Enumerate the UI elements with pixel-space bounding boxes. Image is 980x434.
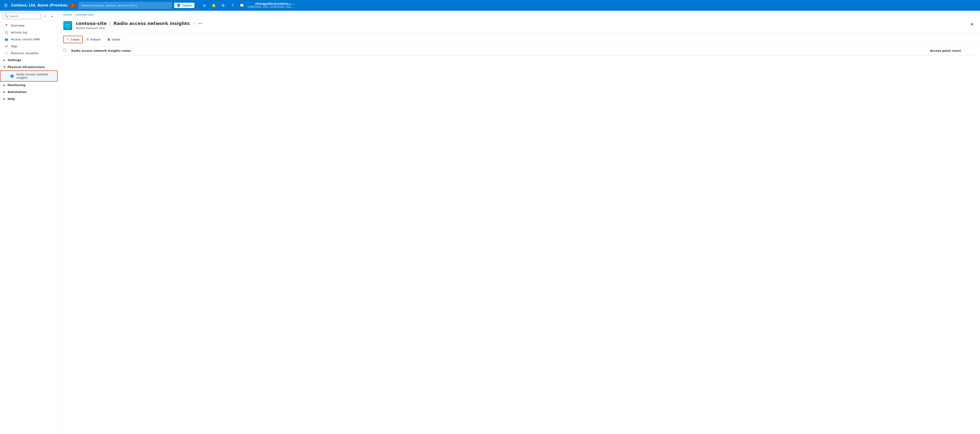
breadcrumb-site[interactable]: contoso-site <box>76 13 94 16</box>
help-expand-icon: ▶ <box>3 97 5 100</box>
nav-divider <box>197 2 198 8</box>
favorite-icon[interactable]: ☆ <box>192 21 196 26</box>
sidebar-item-activity-log[interactable]: 📋 Activity log <box>0 29 58 36</box>
sidebar-item-label: Monitoring <box>8 83 25 87</box>
refresh-label: Refresh <box>91 38 101 41</box>
monitoring-expand-icon: ▶ <box>3 84 5 86</box>
breadcrumb-home[interactable]: Home <box>63 13 72 16</box>
sidebar-item-label: Radio access network insights <box>16 73 54 79</box>
sidebar-item-label: Settings <box>8 58 21 62</box>
create-label: Create <box>71 38 80 41</box>
page-name: Radio access network insights <box>114 21 190 26</box>
main-content: Home › contoso-site ⬡ contoso-site | Rad… <box>58 11 980 434</box>
settings-icon[interactable]: ⚙ <box>220 2 227 9</box>
select-all-checkbox[interactable] <box>63 49 71 53</box>
portal-icon[interactable]: ⧉ <box>201 2 208 9</box>
copilot-button[interactable]: Copilot <box>174 3 194 8</box>
resource-visualizer-icon: ⬡ <box>4 51 9 55</box>
top-navigation: ☰ Contoso, Ltd. Azure (Preview) 🐛 Copilo… <box>0 0 980 11</box>
search-icon: 🔍 <box>5 14 8 18</box>
app-title: Contoso, Ltd. Azure (Preview) <box>11 3 67 7</box>
help-icon[interactable]: ? <box>229 2 236 9</box>
sidebar-item-settings[interactable]: ▶ Settings <box>0 57 58 64</box>
copilot-label: Copilot <box>182 4 192 7</box>
sidebar-item-monitoring[interactable]: ▶ Monitoring <box>0 81 58 88</box>
sidebar-item-label: Automation <box>8 90 27 94</box>
breadcrumb-separator: › <box>73 13 74 16</box>
sidebar-item-physical-infrastructure[interactable]: ▼ Physical infrastructure <box>0 64 58 70</box>
refresh-icon: ↻ <box>86 38 89 41</box>
automation-expand-icon: ▶ <box>3 91 5 93</box>
copilot-icon <box>177 3 180 7</box>
sidebar-item-label: Physical infrastructure <box>8 65 45 69</box>
table-header: Radio access network insights name Acces… <box>63 46 975 56</box>
create-button[interactable]: ＋ Create <box>63 36 83 43</box>
resource-icon: ⬡ <box>63 21 72 30</box>
activity-log-icon: 📋 <box>4 31 9 34</box>
more-options-icon[interactable]: ··· <box>198 21 202 26</box>
sidebar-search-row: 🔍 ⚬ « <box>0 11 58 21</box>
sidebar-item-overview[interactable]: 📍 Overview <box>0 22 58 29</box>
delete-label: Delete <box>112 38 120 41</box>
resource-name: contoso-site <box>76 21 107 26</box>
page-header-text: contoso-site | Radio access network insi… <box>76 21 966 30</box>
sidebar-search-wrapper: 🔍 <box>3 13 41 19</box>
page-header: ⬡ contoso-site | Radio access network in… <box>58 16 980 33</box>
feedback-icon[interactable]: 💬 <box>238 2 245 9</box>
sidebar-item-label: Access control (IAM) <box>11 38 40 41</box>
sidebar: 🔍 ⚬ « 📍 Overview 📋 Activity log 👥 Access… <box>0 11 58 434</box>
settings-expand-icon: ▶ <box>3 59 5 61</box>
filter-icon-button[interactable]: ⚬ <box>41 13 48 19</box>
column-header-count: Access point count <box>930 49 975 53</box>
toolbar: ＋ Create ↻ Refresh 🗑 Delete <box>58 33 980 46</box>
plus-icon: ＋ <box>66 37 70 41</box>
hamburger-menu[interactable]: ☰ <box>3 2 9 9</box>
title-separator: | <box>109 21 111 26</box>
table-empty-state <box>63 56 975 73</box>
bug-icon[interactable]: 🐛 <box>70 3 76 7</box>
access-control-icon: 👥 <box>4 38 9 41</box>
delete-button[interactable]: 🗑 Delete <box>105 36 123 43</box>
page-subtitle: Mobile Network Site <box>76 27 966 30</box>
user-profile[interactable]: chrisqpublic@contoso.c.... CONTOSO, LTD.… <box>248 2 295 8</box>
sidebar-item-help[interactable]: ▶ Help <box>0 96 58 102</box>
tags-icon: 🏷 <box>4 45 9 48</box>
sidebar-navigation: 📍 Overview 📋 Activity log 👥 Access contr… <box>0 21 58 429</box>
sidebar-item-label: Overview <box>11 24 24 27</box>
physical-infra-expand-icon: ▼ <box>3 66 5 68</box>
overview-icon: 📍 <box>4 24 9 27</box>
sidebar-item-tags[interactable]: 🏷 Tags <box>0 43 58 50</box>
sidebar-item-resource-visualizer[interactable]: ⬡ Resource visualizer <box>0 50 58 57</box>
sidebar-item-label: Resource visualizer <box>11 51 39 55</box>
sidebar-item-radio-access-network-insights[interactable]: 🔷 Radio access network insights <box>0 70 58 81</box>
page-layout: 🔍 ⚬ « 📍 Overview 📋 Activity log 👥 Access… <box>0 11 980 434</box>
collapse-sidebar-button[interactable]: « <box>49 13 55 19</box>
sidebar-item-automation[interactable]: ▶ Automation <box>0 88 58 96</box>
sidebar-item-label: Help <box>8 97 15 101</box>
global-search-input[interactable] <box>78 2 172 9</box>
close-icon[interactable]: ✕ <box>969 21 975 28</box>
delete-icon: 🗑 <box>107 38 110 41</box>
sidebar-item-label: Tags <box>11 45 18 48</box>
table-container: Radio access network insights name Acces… <box>58 46 980 434</box>
sidebar-search-input[interactable] <box>9 14 39 18</box>
select-all-input[interactable] <box>63 49 66 52</box>
user-name: chrisqpublic@contoso.c.... <box>248 2 295 5</box>
breadcrumb: Home › contoso-site <box>58 11 980 16</box>
bell-icon[interactable]: 🔔 <box>210 2 217 9</box>
cube-icon: ⬡ <box>65 23 70 29</box>
column-header-name: Radio access network insights name <box>71 49 930 53</box>
refresh-button[interactable]: ↻ Refresh <box>84 36 103 43</box>
page-title: contoso-site | Radio access network insi… <box>76 21 966 26</box>
radio-access-icon: 🔷 <box>10 74 14 78</box>
sidebar-item-access-control[interactable]: 👥 Access control (IAM) <box>0 36 58 43</box>
user-org: CONTOSO, LTD. (CONTOSO, LTD..... <box>248 5 295 8</box>
sidebar-item-label: Activity log <box>11 31 27 34</box>
